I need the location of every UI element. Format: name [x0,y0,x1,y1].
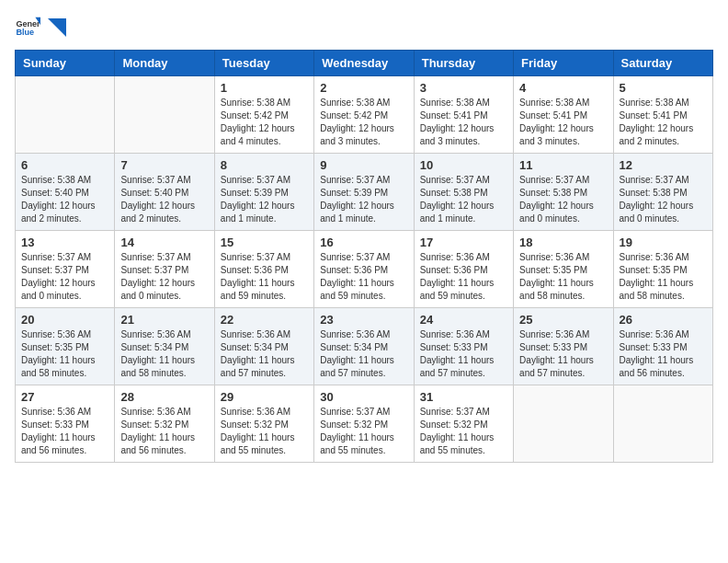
sunrise-text: Sunrise: 5:36 AM [519,328,607,341]
sunrise-text: Sunrise: 5:37 AM [221,174,308,187]
calendar-cell: 21Sunrise: 5:36 AMSunset: 5:34 PMDayligh… [115,308,214,385]
day-info: Sunrise: 5:36 AMSunset: 5:35 PMDaylight:… [21,328,108,380]
day-number: 2 [320,81,407,95]
day-number: 27 [21,390,108,404]
day-number: 11 [519,158,607,172]
sunrise-text: Sunrise: 5:38 AM [21,174,108,187]
sunrise-text: Sunrise: 5:37 AM [320,251,407,264]
calendar-cell: 9Sunrise: 5:37 AMSunset: 5:39 PMDaylight… [314,154,414,231]
sunset-text: Sunset: 5:32 PM [320,419,407,431]
calendar-cell: 28Sunrise: 5:36 AMSunset: 5:32 PMDayligh… [115,385,214,463]
day-info: Sunrise: 5:36 AMSunset: 5:32 PMDaylight:… [221,406,308,457]
day-number: 8 [221,158,308,172]
sunset-text: Sunset: 5:34 PM [120,341,208,354]
sunset-text: Sunset: 5:40 PM [120,187,208,200]
sunrise-text: Sunrise: 5:36 AM [420,328,507,341]
day-number: 29 [221,390,308,404]
day-info: Sunrise: 5:36 AMSunset: 5:33 PMDaylight:… [620,328,707,380]
weekday-header-friday: Friday [514,51,613,76]
day-number: 4 [519,81,607,95]
daylight-text: Daylight: 12 hours and 1 minute. [420,200,507,225]
day-info: Sunrise: 5:37 AMSunset: 5:32 PMDaylight:… [320,406,407,457]
day-number: 5 [620,81,707,95]
day-info: Sunrise: 5:36 AMSunset: 5:33 PMDaylight:… [420,328,507,380]
day-number: 15 [221,236,308,249]
day-number: 28 [120,390,208,404]
day-info: Sunrise: 5:36 AMSunset: 5:34 PMDaylight:… [221,328,308,380]
calendar-cell: 12Sunrise: 5:37 AMSunset: 5:38 PMDayligh… [613,154,712,231]
daylight-text: Daylight: 11 hours and 57 minutes. [420,354,507,380]
day-number: 18 [519,236,607,249]
logo-icon: General Blue [15,15,40,40]
sunset-text: Sunset: 5:37 PM [21,264,108,277]
calendar-cell: 24Sunrise: 5:36 AMSunset: 5:33 PMDayligh… [414,308,513,385]
calendar-cell: 13Sunrise: 5:37 AMSunset: 5:37 PMDayligh… [16,231,115,308]
day-number: 20 [21,313,108,327]
daylight-text: Daylight: 11 hours and 57 minutes. [320,354,407,380]
day-info: Sunrise: 5:37 AMSunset: 5:36 PMDaylight:… [221,251,308,303]
sunrise-text: Sunrise: 5:37 AM [420,406,507,419]
calendar-cell [514,385,613,463]
day-info: Sunrise: 5:36 AMSunset: 5:34 PMDaylight:… [120,328,208,380]
daylight-text: Daylight: 11 hours and 55 minutes. [420,431,507,457]
calendar-cell: 25Sunrise: 5:36 AMSunset: 5:33 PMDayligh… [514,308,613,385]
day-info: Sunrise: 5:36 AMSunset: 5:33 PMDaylight:… [21,406,108,457]
daylight-text: Daylight: 11 hours and 58 minutes. [21,354,108,380]
sunset-text: Sunset: 5:33 PM [620,341,707,354]
day-number: 12 [620,158,707,172]
sunset-text: Sunset: 5:38 PM [519,187,607,200]
calendar-week-3: 13Sunrise: 5:37 AMSunset: 5:37 PMDayligh… [16,231,713,308]
daylight-text: Daylight: 12 hours and 2 minutes. [620,122,707,148]
sunrise-text: Sunrise: 5:37 AM [21,251,108,264]
day-info: Sunrise: 5:38 AMSunset: 5:41 PMDaylight:… [519,97,607,148]
sunrise-text: Sunrise: 5:37 AM [221,251,308,264]
sunset-text: Sunset: 5:42 PM [320,109,407,122]
daylight-text: Daylight: 12 hours and 1 minute. [221,200,308,225]
calendar-cell: 11Sunrise: 5:37 AMSunset: 5:38 PMDayligh… [514,154,613,231]
day-number: 7 [120,158,208,172]
calendar-cell: 18Sunrise: 5:36 AMSunset: 5:35 PMDayligh… [514,231,613,308]
daylight-text: Daylight: 12 hours and 3 minutes. [320,122,407,148]
weekday-header-thursday: Thursday [414,51,513,76]
day-info: Sunrise: 5:37 AMSunset: 5:38 PMDaylight:… [620,174,707,225]
calendar-cell: 16Sunrise: 5:37 AMSunset: 5:36 PMDayligh… [314,231,414,308]
daylight-text: Daylight: 11 hours and 58 minutes. [519,277,607,303]
calendar-cell: 26Sunrise: 5:36 AMSunset: 5:33 PMDayligh… [613,308,712,385]
calendar-cell [115,76,214,154]
sunrise-text: Sunrise: 5:36 AM [21,406,108,419]
day-number: 16 [320,236,407,249]
day-number: 1 [221,81,308,95]
svg-text:General: General [16,19,40,29]
calendar-cell: 31Sunrise: 5:37 AMSunset: 5:32 PMDayligh… [414,385,513,463]
sunrise-text: Sunrise: 5:37 AM [320,174,407,187]
sunset-text: Sunset: 5:38 PM [620,187,707,200]
calendar-cell: 23Sunrise: 5:36 AMSunset: 5:34 PMDayligh… [314,308,414,385]
daylight-text: Daylight: 11 hours and 59 minutes. [221,277,308,303]
daylight-text: Daylight: 12 hours and 1 minute. [320,200,407,225]
sunset-text: Sunset: 5:32 PM [120,419,208,431]
day-info: Sunrise: 5:37 AMSunset: 5:39 PMDaylight:… [221,174,308,225]
calendar-cell: 30Sunrise: 5:37 AMSunset: 5:32 PMDayligh… [314,385,414,463]
daylight-text: Daylight: 12 hours and 0 minutes. [620,200,707,225]
weekday-header-monday: Monday [115,51,214,76]
weekday-header-wednesday: Wednesday [314,51,414,76]
sunrise-text: Sunrise: 5:36 AM [221,328,308,341]
day-info: Sunrise: 5:36 AMSunset: 5:36 PMDaylight:… [420,251,507,303]
daylight-text: Daylight: 11 hours and 57 minutes. [221,354,308,380]
calendar-cell: 7Sunrise: 5:37 AMSunset: 5:40 PMDaylight… [115,154,214,231]
sunrise-text: Sunrise: 5:36 AM [420,251,507,264]
calendar-cell: 2Sunrise: 5:38 AMSunset: 5:42 PMDaylight… [314,76,414,154]
day-info: Sunrise: 5:38 AMSunset: 5:41 PMDaylight:… [420,97,507,148]
day-number: 19 [620,236,707,249]
calendar-cell: 27Sunrise: 5:36 AMSunset: 5:33 PMDayligh… [16,385,115,463]
calendar-cell: 20Sunrise: 5:36 AMSunset: 5:35 PMDayligh… [16,308,115,385]
daylight-text: Daylight: 12 hours and 4 minutes. [221,122,308,148]
calendar-cell: 15Sunrise: 5:37 AMSunset: 5:36 PMDayligh… [214,231,313,308]
day-number: 31 [420,390,507,404]
sunset-text: Sunset: 5:35 PM [519,264,607,277]
day-info: Sunrise: 5:36 AMSunset: 5:34 PMDaylight:… [320,328,407,380]
day-number: 26 [620,313,707,327]
day-info: Sunrise: 5:36 AMSunset: 5:33 PMDaylight:… [519,328,607,380]
daylight-text: Daylight: 12 hours and 0 minutes. [21,277,108,303]
calendar-cell [613,385,712,463]
